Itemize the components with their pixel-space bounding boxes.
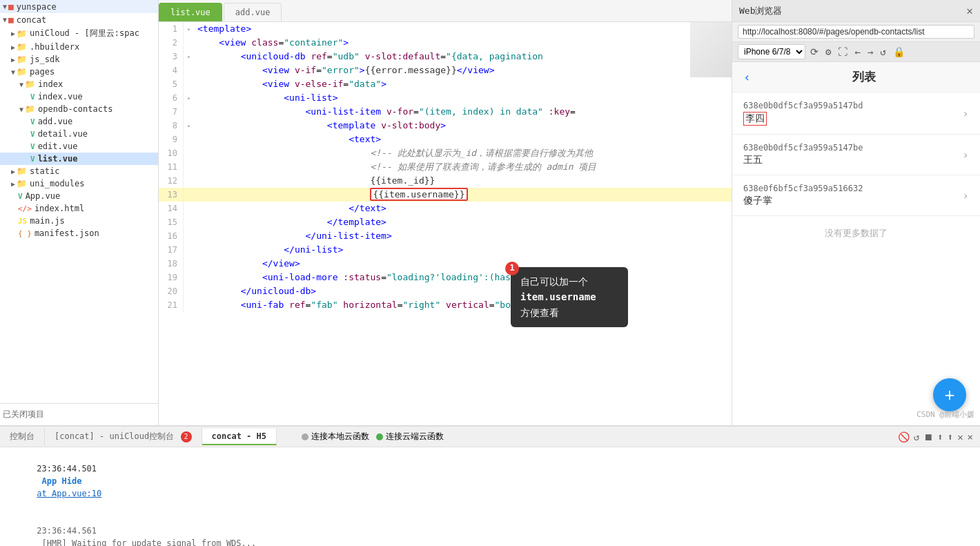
line-number: 6 xyxy=(159,91,184,105)
line-content: {{item.username}} xyxy=(195,188,732,202)
tab-concat-h5[interactable]: concat - H5 xyxy=(202,429,277,445)
browser-panel: Web浏览器 ✕ iPhone 6/7/8 ⟳ ⚙ ⛶ ← → ↺ 🔒 ‹ 列表 xyxy=(732,0,980,425)
item-name: 王五 xyxy=(743,154,962,166)
line-gutter[interactable]: ▸ xyxy=(184,50,195,64)
line-number: 1 xyxy=(159,22,184,36)
sidebar-item-uni-modules[interactable]: ▶ 📁 uni_modules xyxy=(0,177,158,190)
back-button[interactable]: ‹ xyxy=(743,70,751,84)
clear-btn[interactable]: 🚫 xyxy=(898,431,910,442)
line-content: </unicloud-db> xyxy=(195,284,732,298)
collapse-btn[interactable]: ▸ xyxy=(187,50,190,64)
sidebar-item-concat[interactable]: ▼ ■ concat xyxy=(0,13,158,26)
log-time: 23:36:44.501 xyxy=(37,464,97,474)
rotate-btn[interactable]: ⟳ xyxy=(808,46,821,57)
code-line-20: 20 </unicloud-db> xyxy=(159,284,732,298)
line-gutter[interactable]: ▸ xyxy=(184,91,195,105)
tab-unicloud[interactable]: [concat] - uniCloud控制台 2 xyxy=(45,428,202,445)
sidebar-item-static[interactable]: ▶ 📁 static xyxy=(0,165,158,177)
sidebar-item-js-sdk[interactable]: ▶ 📁 js_sdk xyxy=(0,53,158,66)
list-item-0[interactable]: 638e0b0df5cf3a959a5147bd 李四 › xyxy=(732,92,980,135)
line-number: 5 xyxy=(159,77,184,91)
sidebar-bottom: 已关闭项目 xyxy=(0,403,158,425)
upload2-btn[interactable]: ⬆ xyxy=(948,431,953,442)
sidebar-item-add-vue[interactable]: V add.vue xyxy=(0,115,158,128)
reload-btn[interactable]: ↺ xyxy=(878,46,888,57)
device-select[interactable]: iPhone 6/7/8 xyxy=(738,44,805,59)
js-file-icon: JS xyxy=(18,217,27,226)
code-line-13: 13 {{item.username}} xyxy=(159,188,732,202)
arrow-icon: ▶ xyxy=(11,180,15,188)
line-content: <template> xyxy=(195,22,732,36)
item-id: 638e0f6bf5cf3a959a516632 xyxy=(743,184,962,193)
sidebar-item-hbuilderx[interactable]: ▶ 📁 .hbuilderx xyxy=(0,41,158,53)
sidebar-item-manifest-json[interactable]: { } manifest.json xyxy=(0,227,158,240)
folder-icon-red: ■ xyxy=(8,1,14,12)
browser-title: Web浏览器 xyxy=(739,5,782,17)
sidebar-item-edit-vue[interactable]: V edit.vue xyxy=(0,140,158,153)
sidebar-item-pages[interactable]: ▼ 📁 pages xyxy=(0,66,158,78)
line-content: <text> xyxy=(195,133,732,146)
tab-add-vue[interactable]: add.vue xyxy=(224,3,282,21)
code-editor[interactable]: 1 ▸ <template> 2 <view class="container"… xyxy=(159,22,732,425)
code-line-2: 2 <view class="container"> xyxy=(159,36,732,50)
upload-btn[interactable]: ⬆ xyxy=(937,431,943,442)
settings-btn[interactable]: ⚙ xyxy=(823,46,833,57)
tab-list-vue[interactable]: list.vue xyxy=(159,3,222,21)
sidebar-label: App.vue xyxy=(26,191,61,201)
arrow-icon: ▶ xyxy=(11,56,15,64)
arrow-icon: ▼ xyxy=(3,3,7,10)
sidebar-item-main-js[interactable]: JS main.js xyxy=(0,215,158,227)
sidebar-label: opendb-contacts xyxy=(38,104,112,114)
forward-nav-btn[interactable]: → xyxy=(865,46,875,57)
line-number: 16 xyxy=(159,229,184,243)
sidebar-item-unicloud[interactable]: ▶ 📁 uniCloud - [阿里云:spac xyxy=(0,26,158,41)
code-line-9: 9 <text> xyxy=(159,133,732,146)
indicator-label: 连接云端云函数 xyxy=(386,431,444,442)
item-content: 638e0b0df5cf3a959a5147bd 李四 xyxy=(743,101,962,126)
browser-close-btn[interactable]: ✕ xyxy=(966,4,973,17)
sidebar-label: edit.vue xyxy=(38,142,78,151)
log-link-1[interactable]: at App.vue:10 xyxy=(37,489,101,498)
main-area: ▼ ■ yunspace ▼ ■ concat ▶ 📁 uniCloud - [… xyxy=(0,0,980,425)
collapse-btn[interactable]: ▸ xyxy=(187,91,190,105)
back-nav-btn[interactable]: ← xyxy=(852,46,862,57)
collapse-btn[interactable]: ▸ xyxy=(187,22,190,36)
item-content: 638e0b0df5cf3a959a5147be 王五 xyxy=(743,143,962,166)
close2-btn[interactable]: × xyxy=(968,431,973,442)
sidebar-item-index-vue[interactable]: V index.vue xyxy=(0,90,158,103)
line-gutter[interactable]: ▸ xyxy=(184,22,195,36)
console-line-2: 23:36:44.561 [HMR] Waiting for update si… xyxy=(7,512,973,546)
stop-btn[interactable]: ⏹ xyxy=(923,431,933,442)
sidebar-item-index-html[interactable]: </> index.html xyxy=(0,202,158,215)
list-item-2[interactable]: 638e0f6bf5cf3a959a516632 傻子掌 › xyxy=(732,175,980,216)
code-line-5: 5 <view v-else-if="data"> xyxy=(159,77,732,91)
line-number: 2 xyxy=(159,36,184,50)
reload-btn[interactable]: ↺ xyxy=(914,431,919,442)
url-input[interactable] xyxy=(738,25,974,39)
close-console-btn[interactable]: ✕ xyxy=(957,431,963,442)
vue-file-icon: V xyxy=(30,117,35,126)
line-gutter[interactable]: ▸ xyxy=(184,119,195,133)
sidebar-item-list-vue[interactable]: V list.vue xyxy=(0,153,158,165)
collapse-btn[interactable]: ▸ xyxy=(187,119,190,133)
list-item-1[interactable]: 638e0b0df5cf3a959a5147be 王五 › xyxy=(732,135,980,175)
sidebar-label: index.html xyxy=(35,204,84,213)
sidebar-item-index[interactable]: ▼ 📁 index xyxy=(0,78,158,90)
arrow-icon: ▶ xyxy=(11,43,15,51)
line-number: 14 xyxy=(159,202,184,215)
folder-icon: 📁 xyxy=(17,55,27,64)
dot-icon-green xyxy=(376,433,383,440)
sidebar-item-yunspace[interactable]: ▼ ■ yunspace xyxy=(0,0,158,13)
fullscreen-btn[interactable]: ⛶ xyxy=(836,46,850,57)
sidebar-item-app-vue[interactable]: V App.vue xyxy=(0,190,158,202)
tab-console[interactable]: 控制台 xyxy=(0,428,45,445)
line-content: <template v-slot:body> xyxy=(195,119,732,133)
page-title: 列表 xyxy=(759,69,969,85)
sidebar-item-opendb[interactable]: ▼ 📁 opendb-contacts xyxy=(0,103,158,115)
tab-badge: 2 xyxy=(181,431,192,442)
browser-titlebar: Web浏览器 ✕ xyxy=(732,0,980,22)
fab-button[interactable]: + xyxy=(933,378,966,411)
code-line-14: 14 </text> xyxy=(159,202,732,215)
sidebar-item-detail-vue[interactable]: V detail.vue xyxy=(0,128,158,140)
sidebar: ▼ ■ yunspace ▼ ■ concat ▶ 📁 uniCloud - [… xyxy=(0,0,159,425)
